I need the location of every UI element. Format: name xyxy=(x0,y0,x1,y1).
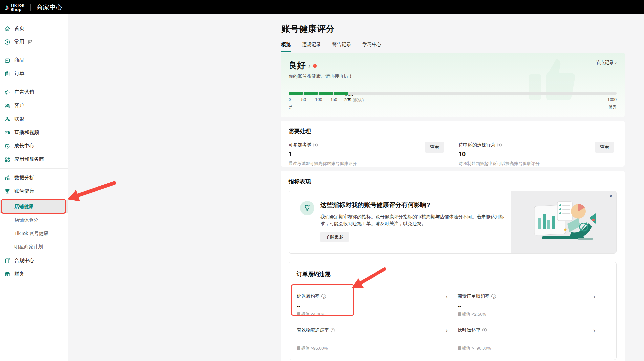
chevron-right-icon[interactable]: › xyxy=(593,294,595,300)
sidebar-item-tiktok-account-health[interactable]: TikTok 账号健康 xyxy=(0,227,68,240)
affiliate-icon xyxy=(4,116,11,122)
chevron-right-icon[interactable]: › xyxy=(446,294,448,300)
metric-target: 目标值 <2.50% xyxy=(458,311,496,317)
banner-body: 我们会定期审核你的指标。账号健康评分指标的审核周期与店铺体验分不同。若未能达到标… xyxy=(320,213,504,227)
sidebar-item-shop-health[interactable]: 店铺健康 xyxy=(0,200,68,213)
sidebar-item-analytics[interactable]: 数据分析 xyxy=(0,171,68,184)
todo-appeal-label: 待申诉的违规行为 xyxy=(459,142,495,148)
chevron-right-icon[interactable]: › xyxy=(446,328,448,333)
bag-icon xyxy=(4,57,11,64)
finance-icon xyxy=(4,271,11,277)
todo-exam-caption: 通过考试即可提高你的账号健康评分 xyxy=(289,161,357,167)
topbar: ♪ TikTok Shop 商家中心 xyxy=(0,0,644,14)
score-bar-section: 200 0 50 100 150 200(默认) 1000 差 优秀 xyxy=(289,92,617,110)
metric-value: -- xyxy=(297,303,326,308)
chevron-right-icon[interactable]: › xyxy=(593,328,595,333)
notification-dot xyxy=(313,64,317,68)
tick-1000: 1000 xyxy=(607,97,617,102)
tick-200: 200(默认) xyxy=(344,97,364,103)
health-status[interactable]: 良好 › xyxy=(289,60,317,71)
sidebar-item-orders[interactable]: 订单 xyxy=(0,67,68,80)
sidebar-item-frequent[interactable]: 常用 xyxy=(0,35,68,49)
score-label-excellent: 优秀 xyxy=(608,104,617,110)
trophy-icon xyxy=(4,188,11,195)
megaphone-icon xyxy=(4,89,11,96)
page-title: 账号健康评分 xyxy=(281,23,334,35)
health-status-text: 良好 xyxy=(289,60,306,71)
score-ticks: 0 50 100 150 200(默认) 1000 xyxy=(289,97,617,103)
help-icon[interactable]: ? xyxy=(331,328,335,332)
edit-icon[interactable] xyxy=(28,39,33,45)
view-appeals-button[interactable]: 查看 xyxy=(595,142,614,153)
node-records-link[interactable]: 节点记录› xyxy=(595,60,617,66)
sidebar-item-star-merchant[interactable]: 明星商家计划 xyxy=(0,240,68,254)
apps-grid-icon xyxy=(4,156,11,163)
fulfillment-title: 订单履约违规 xyxy=(289,262,616,285)
sidebar-item-growth[interactable]: 成长中心 xyxy=(0,139,68,153)
metric-target: 目标值 <4.00% xyxy=(297,311,326,317)
metric-late-dispatch-rate[interactable]: 延迟履约率? -- 目标值 <4.00% › xyxy=(297,293,448,317)
tab-learning-center[interactable]: 学习中心 xyxy=(362,41,381,52)
tick-0: 0 xyxy=(289,97,291,102)
chevron-right-icon: › xyxy=(615,60,617,65)
sidebar-item-account-health[interactable]: 账号健康 xyxy=(0,184,68,198)
metrics-illustration xyxy=(528,201,599,244)
sidebar-item-compliance[interactable]: 合规中心 xyxy=(0,254,68,267)
sidebar-item-home[interactable]: 首页 xyxy=(0,22,68,35)
tab-violation-records[interactable]: 违规记录 xyxy=(302,41,321,52)
metrics-section-title: 指标表现 xyxy=(289,178,617,185)
tab-warning-records[interactable]: 警告记录 xyxy=(332,41,351,52)
metric-on-time-delivery-rate[interactable]: 按时送达率? -- 目标值 >=90.00% › xyxy=(458,327,609,351)
todo-card: 需要处理 可参加考试? 1 通过考试即可提高你的账号健康评分 查看 待申诉的违规… xyxy=(281,121,625,167)
help-icon[interactable]: ? xyxy=(321,294,326,299)
help-icon[interactable]: ? xyxy=(497,143,502,147)
sidebar-item-products[interactable]: 商品 xyxy=(0,53,68,67)
health-description: 你的账号很健康。请再接再厉！ xyxy=(289,74,617,79)
help-icon[interactable]: ? xyxy=(491,294,496,299)
view-exams-button[interactable]: 查看 xyxy=(425,142,444,153)
todo-item-appeal: 待申诉的违规行为? 10 对强制处罚提起申诉可以提高账号健康评分 查看 xyxy=(459,142,614,167)
tab-bar: 概览 违规记录 警告记录 学习中心 xyxy=(281,41,381,52)
tick-100: 100 xyxy=(315,97,322,102)
health-score-card: 良好 › 节点记录› 你的账号很健康。请再接再厉！ 200 0 50 100 1… xyxy=(281,53,625,117)
video-icon xyxy=(4,129,11,136)
customers-icon xyxy=(4,102,11,109)
close-icon[interactable]: ✕ xyxy=(609,194,612,199)
chevron-right-icon[interactable]: › xyxy=(308,62,311,69)
metric-valid-tracking-rate[interactable]: 有效物流追踪率? -- 目标值 >95.00% › xyxy=(297,327,448,351)
sidebar-item-live-video[interactable]: 直播和视频 xyxy=(0,126,68,139)
help-icon[interactable]: ? xyxy=(313,143,318,147)
app-title: 商家中心 xyxy=(36,3,63,11)
sidebar-item-marketing[interactable]: 广告营销 xyxy=(0,85,68,99)
tiktok-shop-logo[interactable]: TikTok Shop xyxy=(11,3,24,11)
topbar-divider xyxy=(30,4,31,11)
sidebar-item-shop-experience[interactable]: 店铺体验分 xyxy=(0,213,68,227)
todo-exam-label: 可参加考试 xyxy=(289,142,311,148)
sidebar-divider xyxy=(0,168,68,169)
sidebar: 首页 常用 商品 订单 广告营销 客户 联盟 直播和视频 成长中心 应用和服务商 xyxy=(0,14,68,361)
tick-150: 150 xyxy=(330,97,337,102)
score-label-poor: 差 xyxy=(289,104,293,110)
growth-center-icon xyxy=(4,143,11,149)
metric-seller-cancel-rate[interactable]: 商责订单取消率? -- 目标值 <2.50% › xyxy=(458,293,609,317)
metric-target: 目标值 >=90.00% xyxy=(458,345,491,351)
banner-title: 这些指标对我的账号健康评分有何影响? xyxy=(320,201,504,209)
sidebar-item-finance[interactable]: 财务 xyxy=(0,267,68,281)
todo-item-exam: 可参加考试? 1 通过考试即可提高你的账号健康评分 查看 xyxy=(289,142,444,167)
sidebar-divider xyxy=(0,51,68,51)
analytics-icon xyxy=(4,175,11,181)
todo-exam-value: 1 xyxy=(289,150,357,158)
tab-overview[interactable]: 概览 xyxy=(281,41,291,52)
todo-appeal-caption: 对强制处罚提起申诉可以提高账号健康评分 xyxy=(459,161,540,167)
banner-illustration-panel: ✕ xyxy=(511,191,616,253)
help-icon[interactable]: ? xyxy=(482,328,487,332)
sidebar-item-customers[interactable]: 客户 xyxy=(0,99,68,112)
tiktok-note-icon: ♪ xyxy=(5,3,9,11)
star-circle-icon xyxy=(4,39,11,45)
metric-value: -- xyxy=(297,337,335,342)
sidebar-item-affiliate[interactable]: 联盟 xyxy=(0,112,68,126)
metrics-performance-card: 指标表现 这些指标对我的账号健康评分有何影响? 我们会定期审核你的指标。账号健康… xyxy=(281,171,625,361)
tick-200-default-suffix: (默认) xyxy=(353,97,364,102)
sidebar-item-apps[interactable]: 应用和服务商 xyxy=(0,153,68,166)
learn-more-button[interactable]: 了解更多 xyxy=(320,232,349,242)
